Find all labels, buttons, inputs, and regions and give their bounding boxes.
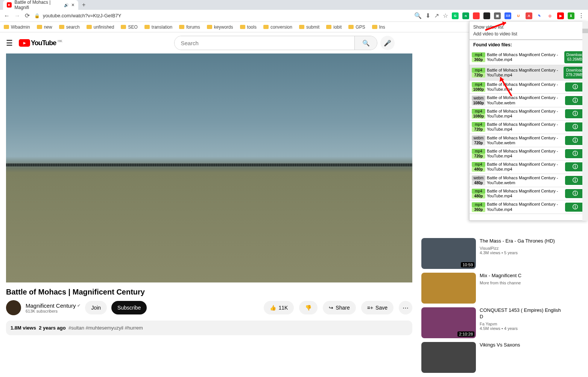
thumb-down-icon: 👎 xyxy=(305,305,311,311)
more-icon: ⋯ xyxy=(403,304,409,311)
youtube-text: YouTube xyxy=(31,39,56,47)
recommendation-item[interactable]: Vikings Vs Saxons xyxy=(421,342,564,373)
recommendation-item[interactable]: Mix - Magnificent CMore from this channe xyxy=(421,273,564,304)
bookmark-forums[interactable]: forums xyxy=(179,24,200,30)
star-icon[interactable]: ☆ xyxy=(443,12,448,19)
file-row[interactable]: mp4480pBattle of Mohacs Magnificent Cent… xyxy=(469,187,588,200)
file-row[interactable]: webm1080pBattle of Mohacs Magnificent Ce… xyxy=(469,94,588,107)
file-row[interactable]: mp4720pBattle of Mohacs Magnificent Cent… xyxy=(469,121,588,134)
recommendation-item[interactable]: 10:59The Mass - Era - Ga Thrones (HD)Vis… xyxy=(421,238,564,269)
channel-name[interactable]: Magnificent Century xyxy=(26,302,76,309)
install-icon[interactable]: ⬇ xyxy=(425,12,430,19)
bookmark-translation[interactable]: translation xyxy=(144,24,172,30)
bookmark-keywords[interactable]: keywords xyxy=(207,24,233,30)
search-input[interactable] xyxy=(175,36,354,50)
format-badge: mp4720p xyxy=(472,149,485,159)
bookmark-unfinished[interactable]: unfinished xyxy=(87,24,114,30)
reload-button[interactable]: ⟳ xyxy=(25,12,30,19)
file-row[interactable]: webm720pBattle of Mohacs Magnificent Cen… xyxy=(469,134,588,147)
bookmark-Wbadmin[interactable]: Wbadmin xyxy=(4,24,30,30)
more-button[interactable]: ⋯ xyxy=(399,301,412,314)
format-badge: mp41080p xyxy=(472,109,485,119)
duration-badge: 10:59 xyxy=(461,262,474,267)
video-player[interactable] xyxy=(6,53,412,282)
forward-button[interactable]: → xyxy=(14,12,20,19)
file-row[interactable]: mp41080pBattle of Mohacs Magnificent Cen… xyxy=(469,107,588,121)
ext-red[interactable] xyxy=(473,12,480,19)
bookmark-conversion[interactable]: conversion xyxy=(263,24,292,30)
subscriber-count: 613K subscribers xyxy=(26,309,81,313)
bookmark-Ins[interactable]: Ins xyxy=(372,24,385,30)
rec-thumbnail xyxy=(421,273,476,304)
recommendation-item[interactable]: 2:10:28CONQUEST 1453 ( Empires) English … xyxy=(421,307,564,338)
ext-target[interactable]: ◎ xyxy=(547,12,553,19)
ext-downloader[interactable]: ⬇ xyxy=(568,12,574,19)
file-name: Battle of Mohacs Magnificent Century - Y… xyxy=(487,189,564,198)
ext-a[interactable]: A xyxy=(526,12,532,19)
popup-scrollbar[interactable] xyxy=(582,21,588,221)
file-row[interactable]: webm480pBattle of Mohacs Magnificent Cen… xyxy=(469,174,588,187)
search-button[interactable]: 🔍 xyxy=(354,36,377,50)
format-badge: webm720p xyxy=(472,136,485,145)
ext-u[interactable]: U xyxy=(515,12,522,19)
format-badge: mp4720p xyxy=(472,122,485,132)
search-icon[interactable]: 🔍 xyxy=(414,12,422,19)
file-row[interactable]: mp41080pBattle of Mohacs Magnificent Cen… xyxy=(469,81,588,94)
lock-icon[interactable]: 🔒 xyxy=(34,13,40,18)
file-row[interactable]: mp4720pBattle of Mohacs Magnificent Cent… xyxy=(469,65,588,81)
ext-grammarly[interactable]: G xyxy=(452,12,459,19)
address-bar: ← → ⟳ 🔒 youtube.com/watch?v=KtzJ-GeIB7Y … xyxy=(0,10,588,22)
file-row[interactable]: mp4360pBattle of Mohacs Magnificent Cent… xyxy=(469,200,588,214)
description-box[interactable]: 1.8M views 2 years ago #sultan #muhtesem… xyxy=(6,321,412,335)
join-button[interactable]: Join xyxy=(85,301,107,314)
folder-icon xyxy=(87,25,92,29)
folder-icon xyxy=(240,25,245,29)
file-row[interactable]: mp4360pBattle of Mohacs Magnificent Cent… xyxy=(469,50,588,65)
url-text[interactable]: youtube.com/watch?v=KtzJ-GeIB7Y xyxy=(43,13,121,18)
format-badge: mp41080p xyxy=(472,82,485,92)
format-badge: mp4720p xyxy=(472,68,485,78)
bookmark-GPS[interactable]: GPS xyxy=(348,24,365,30)
subscribe-button[interactable]: Subscribe xyxy=(111,301,147,314)
folder-icon xyxy=(37,25,42,29)
ext-yt[interactable]: ▶ xyxy=(557,12,564,19)
folder-icon xyxy=(299,25,304,29)
share-icon[interactable]: ↗ xyxy=(434,12,439,19)
folder-icon xyxy=(372,25,377,29)
ext-edit[interactable]: ✎ xyxy=(536,12,543,19)
share-icon: ↪ xyxy=(329,305,333,311)
ext-green[interactable]: n xyxy=(462,12,469,19)
browser-tab[interactable]: Battle of Mohacs | Magnifi 🔊 × xyxy=(3,0,78,10)
mic-button[interactable]: 🎤 xyxy=(380,36,395,50)
file-row[interactable]: mp4480pBattle of Mohacs Magnificent Cent… xyxy=(469,160,588,174)
bookmark-tools[interactable]: tools xyxy=(240,24,257,30)
ext-113[interactable]: 113 xyxy=(504,12,511,19)
file-row[interactable]: mp4720pBattle of Mohacs Magnificent Cent… xyxy=(469,147,588,160)
ext-video[interactable]: ▣ xyxy=(494,12,501,19)
channel-avatar[interactable] xyxy=(6,300,21,315)
ext-dark[interactable] xyxy=(483,12,490,19)
share-button[interactable]: ↪ Share xyxy=(323,301,356,314)
rec-thumbnail xyxy=(421,342,476,373)
search-box: 🔍 xyxy=(174,36,377,50)
bookmark-new[interactable]: new xyxy=(37,24,52,30)
bookmark-submit[interactable]: submit xyxy=(299,24,319,30)
back-button[interactable]: ← xyxy=(4,12,10,19)
save-button[interactable]: ≡+ Save xyxy=(361,301,394,314)
youtube-logo[interactable]: YouTube HK xyxy=(19,39,62,47)
like-button[interactable]: 👍 11K xyxy=(264,301,294,314)
folder-icon xyxy=(348,25,354,29)
sound-icon[interactable]: 🔊 xyxy=(64,3,68,7)
rec-title: Vikings Vs Saxons xyxy=(480,342,520,348)
bookmark-iobit[interactable]: iobit xyxy=(326,24,342,30)
dislike-button[interactable]: 👎 xyxy=(299,301,318,314)
new-tab-button[interactable]: + xyxy=(82,2,85,8)
ext-more[interactable]: ⋮ xyxy=(578,12,584,19)
hamburger-icon[interactable]: ☰ xyxy=(6,38,13,47)
file-name: Battle of Mohacs Magnificent Century - Y… xyxy=(487,109,564,119)
close-tab-icon[interactable]: × xyxy=(71,2,74,8)
bookmark-search[interactable]: search xyxy=(59,24,80,30)
region-code: HK xyxy=(58,39,62,43)
folder-icon xyxy=(4,25,9,29)
bookmark-SEO[interactable]: SEO xyxy=(121,24,137,30)
